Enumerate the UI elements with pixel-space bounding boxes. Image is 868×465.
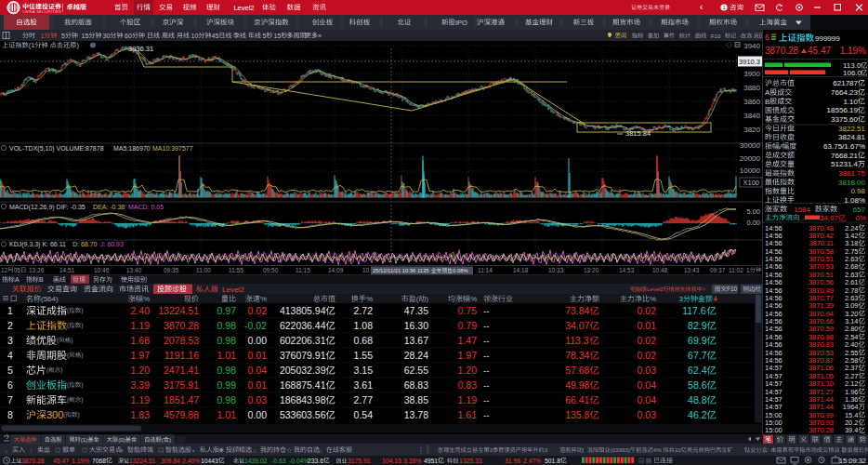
svg-text:7068: 7068 <box>92 458 106 464</box>
svg-text:3815.84: 3815.84 <box>625 129 651 138</box>
svg-text:5: 5 <box>263 33 267 39</box>
svg-text:--: -- <box>483 306 490 316</box>
svg-text:45.47: 45.47 <box>53 458 69 464</box>
svg-text:18556.19: 18556.19 <box>827 106 859 114</box>
svg-text:10: 10 <box>191 33 199 39</box>
svg-text:3860: 3860 <box>743 98 760 106</box>
svg-text:1.68: 1.68 <box>131 335 151 346</box>
svg-text:D: 68.70: D: 68.70 <box>72 241 98 247</box>
svg-text:2471.41: 2471.41 <box>164 365 199 376</box>
svg-text:): ) <box>60 366 62 374</box>
svg-text:▪: ▪ <box>192 447 194 454</box>
svg-text:·: · <box>135 295 138 303</box>
svg-text:3870.28: 3870.28 <box>21 458 45 464</box>
svg-text:>: > <box>703 286 706 292</box>
svg-text:0.02: 0.02 <box>638 305 657 316</box>
svg-text:622036.44: 622036.44 <box>280 320 326 331</box>
svg-text:13.67: 13.67 <box>404 335 428 346</box>
svg-text:VOL-TDX(5,10) VOLUME:87878: VOL-TDX(5,10) VOLUME:87878 <box>9 145 104 153</box>
svg-text:--: -- <box>483 380 490 391</box>
svg-text:20000: 20000 <box>740 154 761 163</box>
svg-text:1584: 1584 <box>794 206 810 214</box>
svg-text:13224.51: 13224.51 <box>158 305 199 316</box>
svg-text:13:43: 13:43 <box>684 267 700 273</box>
svg-text:999999: 999999 <box>815 34 840 43</box>
svg-text:6: 6 <box>7 379 13 391</box>
svg-text:(1: (1 <box>29 41 34 49</box>
svg-text:): ) <box>81 322 83 329</box>
svg-text:0.01: 0.01 <box>248 379 268 391</box>
svg-text:602206.31: 602206.31 <box>280 335 326 346</box>
svg-text:0.00: 0.00 <box>248 335 268 346</box>
svg-text:1.97: 1.97 <box>131 350 151 361</box>
svg-text:0.03: 0.03 <box>248 394 268 405</box>
svg-text:3.61: 3.61 <box>354 379 374 391</box>
svg-text:13:20: 13:20 <box>584 267 599 273</box>
svg-text:8: 8 <box>7 409 13 420</box>
svg-text:09:50: 09:50 <box>263 267 279 273</box>
svg-text:-0.04%: -0.04% <box>289 458 309 464</box>
svg-text:0.75: 0.75 <box>458 305 478 316</box>
svg-text:): ) <box>71 337 72 344</box>
svg-text:39.4: 39.4 <box>845 426 859 434</box>
svg-text:0.04: 0.04 <box>638 379 657 391</box>
svg-text:): ) <box>78 411 80 418</box>
svg-text:‹: ‹ <box>700 2 703 12</box>
svg-text:3870.28: 3870.28 <box>809 426 834 434</box>
svg-text:4: 4 <box>7 350 13 361</box>
svg-text:186843.98: 186843.98 <box>280 394 326 405</box>
svg-text:1: 1 <box>41 33 45 39</box>
svg-text:63.75/1.67%: 63.75/1.67% <box>823 142 865 151</box>
svg-text:168875.41: 168875.41 <box>280 379 326 391</box>
svg-text:13:40: 13:40 <box>126 267 142 273</box>
svg-text:3881.75: 3881.75 <box>838 169 865 178</box>
svg-text:(564): (564) <box>41 295 59 303</box>
svg-text:0.98: 0.98 <box>850 187 865 195</box>
svg-text:--: -- <box>483 336 490 346</box>
svg-text:0.02: 0.02 <box>638 335 657 346</box>
svg-text:5: 5 <box>61 33 65 39</box>
svg-text:0.02: 0.02 <box>638 350 657 361</box>
svg-text:Level2: Level2 <box>222 286 244 294</box>
svg-text:0.99: 0.99 <box>217 379 237 391</box>
svg-text:%: % <box>143 295 150 303</box>
svg-text:3.39: 3.39 <box>131 379 151 391</box>
svg-text:533603.56: 533603.56 <box>280 409 326 420</box>
svg-text:34.07亿: 34.07亿 <box>820 214 846 222</box>
svg-text:1.01: 1.01 <box>217 409 237 420</box>
svg-text:MACD: 0.05: MACD: 0.05 <box>128 204 164 210</box>
svg-text:14:18: 14:18 <box>513 267 529 273</box>
svg-text:A: A <box>15 276 20 283</box>
svg-text:10:33: 10:33 <box>548 267 564 273</box>
svg-text:1.01: 1.01 <box>217 350 237 361</box>
svg-text:12: 12 <box>1 267 8 273</box>
svg-text:): ) <box>81 307 83 314</box>
svg-text:»: » <box>318 33 322 39</box>
svg-text:--: -- <box>483 351 490 361</box>
svg-text:CHINA SECURITIES: CHINA SECURITIES <box>22 9 61 14</box>
svg-text:MA5:186970: MA5:186970 <box>113 145 151 152</box>
svg-text:(0): (0) <box>118 436 125 443</box>
svg-text:46.2: 46.2 <box>688 409 707 420</box>
svg-text:4951: 4951 <box>424 458 438 464</box>
svg-text:3870.28: 3870.28 <box>765 46 799 56</box>
svg-text:135.8: 135.8 <box>565 409 589 420</box>
svg-text:62.55: 62.55 <box>404 365 428 376</box>
svg-text:309.84: 309.84 <box>161 458 180 464</box>
svg-text:3375.60: 3375.60 <box>831 115 858 124</box>
svg-text:5.00: 5.00 <box>746 207 760 216</box>
svg-text:69.9: 69.9 <box>688 335 707 346</box>
svg-text:1.08: 1.08 <box>354 320 374 331</box>
svg-text:15: 15 <box>82 33 89 39</box>
svg-text:501.8: 501.8 <box>545 458 560 464</box>
svg-text:3: 3 <box>7 335 13 346</box>
svg-text:%: % <box>366 295 373 303</box>
svg-text:15: 15 <box>274 33 282 39</box>
svg-text:Level2: Level2 <box>233 4 254 12</box>
svg-text:): ) <box>81 352 83 359</box>
svg-text:3175.91: 3175.91 <box>348 458 371 464</box>
svg-text:0.02: 0.02 <box>248 305 268 316</box>
svg-text:0.98: 0.98 <box>217 320 237 331</box>
svg-text:KDJ(9,3,3) K: 66.11: KDJ(9,3,3) K: 66.11 <box>9 241 66 248</box>
svg-text:45.47: 45.47 <box>808 46 831 56</box>
